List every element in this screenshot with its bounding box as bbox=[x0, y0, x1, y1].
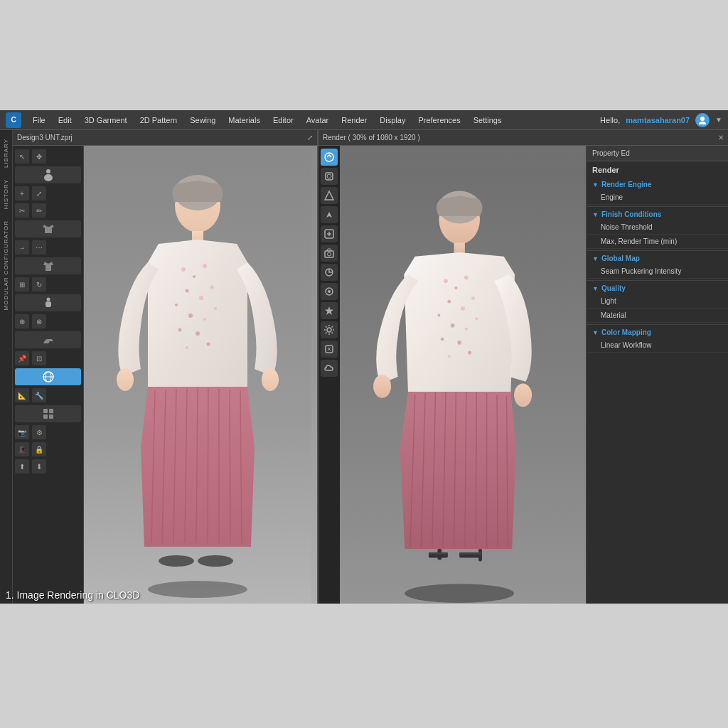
render-btn-3[interactable] bbox=[321, 187, 338, 204]
menu-edit[interactable]: Edit bbox=[53, 114, 77, 126]
menu-2dpattern[interactable]: 2D Pattern bbox=[134, 114, 183, 126]
menu-sewing[interactable]: Sewing bbox=[184, 114, 221, 126]
svg-point-72 bbox=[437, 314, 440, 316]
right-viewport-wrapper: Property Ed Render ▼ Render Engine Engin… bbox=[318, 146, 728, 604]
svg-point-49 bbox=[327, 174, 331, 178]
tool-camera[interactable]: 📷 bbox=[15, 425, 29, 439]
tool-settings2[interactable]: ⚙ bbox=[32, 425, 46, 439]
color-mapping-section-header[interactable]: ▼ Color Mapping bbox=[587, 326, 728, 338]
arrow-icon-1: ▼ bbox=[592, 181, 599, 188]
tools-panel: ↖ ✥ + ⤢ bbox=[13, 146, 84, 604]
svg-point-33 bbox=[207, 343, 210, 346]
tool-measure[interactable]: 📐 bbox=[15, 388, 29, 402]
menu-3dgarment[interactable]: 3D Garment bbox=[79, 114, 133, 126]
right-panel-header: Property Ed bbox=[587, 146, 728, 161]
render-btn-cog[interactable] bbox=[321, 341, 338, 358]
arrow-icon-4: ▼ bbox=[592, 285, 599, 292]
user-avatar[interactable] bbox=[695, 113, 710, 127]
menu-materials[interactable]: Materials bbox=[223, 114, 266, 126]
avatar-svg-right bbox=[340, 146, 586, 604]
svg-point-75 bbox=[465, 328, 468, 331]
menu-render[interactable]: Render bbox=[336, 114, 373, 126]
tools-row-3: ✂ ✏ bbox=[14, 203, 82, 218]
svg-rect-7 bbox=[49, 302, 51, 306]
render-btn-4[interactable] bbox=[321, 206, 338, 223]
tool-select[interactable]: ↖ bbox=[15, 149, 29, 164]
svg-rect-66 bbox=[454, 243, 465, 254]
render-btn-1[interactable] bbox=[321, 149, 338, 166]
render-btn-5[interactable] bbox=[321, 225, 338, 242]
svg-point-67 bbox=[444, 279, 448, 283]
tool-avatar-icon[interactable] bbox=[15, 166, 81, 183]
render-btn-7[interactable] bbox=[321, 264, 338, 281]
top-margin bbox=[0, 0, 728, 110]
tool-hat[interactable]: 🎩 bbox=[15, 442, 29, 456]
svg-point-27 bbox=[188, 314, 193, 318]
tool-heels-icon[interactable] bbox=[15, 331, 81, 348]
svg-point-78 bbox=[457, 341, 461, 345]
tool-person-icon[interactable] bbox=[15, 294, 81, 311]
svg-point-76 bbox=[441, 338, 444, 341]
menu-settings[interactable]: Settings bbox=[468, 114, 508, 126]
menu-editor[interactable]: Editor bbox=[267, 114, 299, 126]
tool-wrench[interactable]: 🔧 bbox=[32, 388, 46, 402]
render-btn-8[interactable] bbox=[321, 283, 338, 300]
content-area: LIBRARY HISTORY MODULAR CONFIGURATOR Des… bbox=[0, 130, 728, 604]
tool-up[interactable]: ⬆ bbox=[15, 459, 29, 473]
tool-thread[interactable]: ⊗ bbox=[32, 314, 46, 328]
tool-cut[interactable]: ✂ bbox=[15, 203, 29, 218]
tool-brush[interactable]: ✏ bbox=[32, 203, 46, 218]
render-engine-section-header[interactable]: ▼ Render Engine bbox=[587, 178, 728, 191]
close-icon[interactable]: ✕ bbox=[718, 134, 724, 141]
tool-fold[interactable]: ⊡ bbox=[32, 351, 46, 365]
tool-multi-icon[interactable] bbox=[15, 405, 81, 422]
left-sidebar: LIBRARY HISTORY MODULAR CONFIGURATOR bbox=[0, 130, 13, 604]
tool-arrow[interactable]: → bbox=[15, 240, 29, 255]
tool-pin[interactable]: 📌 bbox=[15, 351, 29, 365]
svg-point-4 bbox=[46, 298, 50, 301]
viewport-headers: Design3 UNT.zprj ⤢ Render ( 30% of 1080 … bbox=[13, 130, 728, 146]
sidebar-modular[interactable]: MODULAR CONFIGURATOR bbox=[3, 220, 9, 310]
sidebar-history[interactable]: HISTORY bbox=[3, 179, 9, 209]
tool-scale[interactable]: ⊞ bbox=[15, 277, 29, 291]
svg-point-47 bbox=[325, 153, 333, 161]
expand-icon[interactable]: ⤢ bbox=[307, 134, 313, 141]
render-btn-camera[interactable] bbox=[321, 245, 338, 262]
render-btn-2[interactable] bbox=[321, 168, 338, 185]
tool-down[interactable]: ⬇ bbox=[32, 459, 46, 473]
menu-avatar[interactable]: Avatar bbox=[301, 114, 335, 126]
finish-conditions-section-header[interactable]: ▼ Finish Conditions bbox=[587, 208, 728, 220]
menu-arrow-icon[interactable]: ▼ bbox=[715, 116, 722, 124]
username-text: mamtasaharan07 bbox=[626, 116, 690, 124]
menu-preferences[interactable]: Preferences bbox=[412, 114, 466, 126]
render-btn-gear[interactable] bbox=[321, 321, 338, 338]
svg-point-54 bbox=[328, 252, 331, 256]
tool-rotate[interactable]: ↻ bbox=[32, 277, 46, 291]
tool-lock[interactable]: 🔒 bbox=[32, 442, 46, 456]
tool-shirt-icon[interactable] bbox=[15, 220, 81, 237]
svg-point-70 bbox=[447, 300, 451, 304]
tool-shirt2-icon[interactable] bbox=[15, 257, 81, 274]
global-map-section-header[interactable]: ▼ Global Map bbox=[587, 252, 728, 264]
avatar-svg-left bbox=[84, 146, 311, 604]
render-btn-star[interactable] bbox=[321, 302, 338, 319]
menu-right: Hello, mamtasaharan07 ▼ bbox=[600, 113, 722, 127]
app-container: C File Edit 3D Garment 2D Pattern Sewing… bbox=[0, 110, 728, 604]
tool-move[interactable]: ✥ bbox=[32, 149, 46, 164]
tool-add[interactable]: + bbox=[15, 186, 29, 200]
tool-needle[interactable]: ⊕ bbox=[15, 314, 29, 328]
tool-globe-icon[interactable] bbox=[15, 368, 81, 385]
svg-point-57 bbox=[328, 290, 331, 293]
svg-point-69 bbox=[464, 276, 469, 280]
avatar-area-right bbox=[340, 146, 586, 604]
svg-rect-14 bbox=[49, 414, 53, 419]
sidebar-library[interactable]: LIBRARY bbox=[3, 139, 9, 168]
svg-line-41 bbox=[208, 388, 208, 543]
quality-section-header[interactable]: ▼ Quality bbox=[587, 282, 728, 294]
tools-row-5: ⊞ ↻ bbox=[14, 277, 82, 292]
tool-drag[interactable]: ⤢ bbox=[32, 186, 46, 200]
menu-display[interactable]: Display bbox=[374, 114, 411, 126]
render-btn-cloud[interactable] bbox=[321, 360, 338, 377]
tool-dots[interactable]: ⋯ bbox=[32, 240, 46, 255]
menu-file[interactable]: File bbox=[27, 114, 51, 126]
